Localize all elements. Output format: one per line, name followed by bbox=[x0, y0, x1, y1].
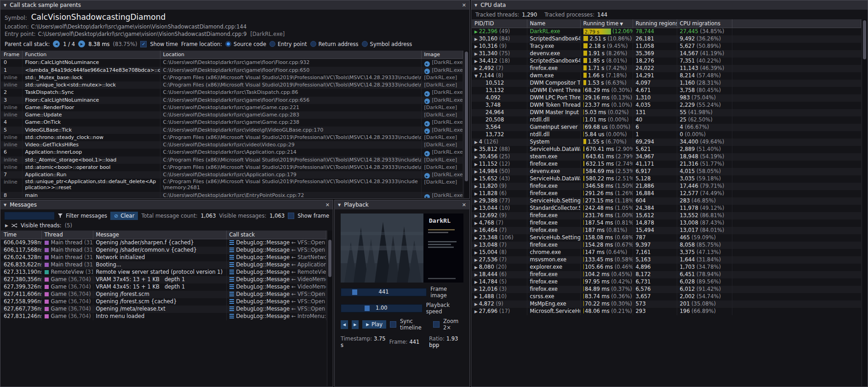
cpu-process-row[interactable]: ▶ 27,696 (17)Microsoft.ServiceHub.Contro… bbox=[472, 308, 861, 315]
callstack-column-header[interactable]: Location bbox=[160, 51, 421, 59]
expand-row-icon[interactable]: ▶ bbox=[474, 236, 479, 240]
messages-scrollbar-thumb[interactable] bbox=[328, 240, 331, 277]
expand-row-icon[interactable]: ▶ bbox=[474, 44, 479, 49]
sync-timeline-checkbox[interactable]: ✓ bbox=[390, 321, 396, 328]
cpu-process-row[interactable]: ▶ 11,152 (12)firefox.exe632.15 ms (2.74%… bbox=[472, 161, 861, 168]
cpu-thread-row[interactable]: 4,092DWM LPC Port Thread29.16 ms (0.13%)… bbox=[472, 94, 861, 102]
cpu-process-row[interactable]: ▶ 15,004 (8)chrome.exe147 ms (0.64%)7,16… bbox=[472, 249, 861, 256]
cpu-process-row[interactable]: ▶ 13,048 (7)firefox.exe154.28 ms (0.67%)… bbox=[472, 242, 861, 249]
message-row[interactable]: 627,667,736nsGame (36,704)Opening /meta/… bbox=[1, 306, 326, 313]
cpu-process-row[interactable]: ▶ 15,652 (43)ServiceHub.DataWarehouseHos… bbox=[472, 175, 861, 183]
prev-parent-button[interactable]: ◀ bbox=[53, 40, 60, 47]
cpu-process-row[interactable]: ▶ 29,388 (77)ServiceHub.SettingsHost.exe… bbox=[472, 197, 861, 205]
messages-column-header[interactable]: Thread bbox=[41, 231, 93, 239]
expand-threads-icon[interactable]: ▶ bbox=[5, 223, 8, 228]
callstack-column-header[interactable]: Frame bbox=[1, 51, 22, 59]
cpu-process-row[interactable]: ▶ 27,536 (7)msvsmon.exe133.45 ms (0.58%)… bbox=[472, 256, 861, 264]
message-row[interactable]: 626,833,622nsMain thread (31,596)Booting… bbox=[1, 261, 326, 269]
frame-location-radio[interactable]: Source code bbox=[225, 41, 266, 47]
expand-row-icon[interactable]: ▶ bbox=[474, 272, 479, 277]
callstack-frame-row[interactable]: inlineGame::UpdateC:\Users\wolf\Desktop\… bbox=[1, 111, 463, 119]
cpu-scrollbar-thumb[interactable] bbox=[863, 20, 866, 59]
callstack-scrollbar[interactable] bbox=[463, 51, 469, 198]
callstack-frame-row[interactable]: 7Application::RunC:\Users\wolf\Desktop\d… bbox=[1, 171, 463, 179]
expand-row-icon[interactable]: ▶ bbox=[474, 184, 479, 189]
cpu-thread-row[interactable]: 24,964DWM Master Input Thread5.03 ms (0.… bbox=[472, 109, 861, 116]
cpu-process-row[interactable]: ▶ 16,464 (7)firefox.exe187 ms (0.81%)15,… bbox=[472, 227, 861, 234]
expand-row-icon[interactable]: ▶ bbox=[474, 29, 479, 34]
message-row[interactable]: 606,049,398nsMain thread (31,596)Opening… bbox=[1, 239, 326, 247]
collapse-icon[interactable]: ▼ bbox=[4, 203, 6, 207]
show-time-checkbox[interactable]: ✓ bbox=[140, 41, 147, 47]
goto-sample-icon[interactable]: ▶ bbox=[424, 128, 430, 134]
callstack-column-header[interactable]: Image bbox=[421, 51, 463, 59]
expand-row-icon[interactable]: ▶ bbox=[474, 243, 479, 248]
next-frame-button[interactable]: ▶ bbox=[352, 320, 359, 329]
cpu-column-header[interactable]: CPU migrations bbox=[677, 19, 732, 28]
expand-row-icon[interactable]: ▶ bbox=[474, 37, 479, 41]
expand-row-icon[interactable]: ▶ bbox=[474, 52, 479, 56]
messages-column-header[interactable]: Message bbox=[93, 231, 226, 239]
cpu-process-row[interactable]: ▶ 10,316 (9)Tracy.exe2.18 s (9.45%)11,05… bbox=[472, 43, 861, 50]
collapse-row-icon[interactable]: ▼ bbox=[474, 74, 479, 78]
expand-row-icon[interactable]: ▶ bbox=[474, 169, 479, 174]
callstack-column-header[interactable]: Function bbox=[22, 51, 160, 59]
cpu-thread-row[interactable]: 13,132uDWM Event Thread68.29 ms (0.30%)4… bbox=[472, 87, 861, 94]
message-row[interactable]: 606,117,568nsMain thread (31,596)Opening… bbox=[1, 247, 326, 254]
cpu-process-row[interactable]: ▶ 13,044 (10)StandardCollector.Service.e… bbox=[472, 205, 861, 212]
callstack-frame-row[interactable]: 1<lambda_84a19dc444fae966ca174e83e708bdc… bbox=[1, 67, 463, 75]
clear-button[interactable]: ⊘ Clear bbox=[110, 212, 138, 220]
message-row[interactable]: 627,411,606nsGame (36,704)Opening /fores… bbox=[1, 291, 326, 298]
expand-row-icon[interactable]: ▶ bbox=[474, 66, 479, 71]
expand-row-icon[interactable]: ▶ bbox=[474, 155, 479, 159]
goto-sample-icon[interactable]: ▶ bbox=[424, 194, 430, 198]
callstack-frame-row[interactable]: 0Floor::CalcLightNoLuminanceC:\Users\wol… bbox=[1, 59, 463, 67]
cpu-column-header[interactable]: Name bbox=[527, 19, 580, 28]
message-row[interactable]: 627,831,246nsGame (36,704)Intro menu loa… bbox=[1, 313, 326, 320]
callstack-frame-row[interactable]: 3Floor::CalcLightNoLuminanceC:\Users\wol… bbox=[1, 97, 463, 104]
cpu-column-header[interactable]: PID/TID bbox=[472, 19, 527, 28]
cpu-process-row[interactable]: ▶ 4,872 (9)MsMpEng.exe70.22 ms (0.30%)57… bbox=[472, 300, 861, 308]
close-icon[interactable]: ✕ bbox=[326, 202, 330, 208]
show-frame-checkbox[interactable]: ✓ bbox=[288, 213, 294, 219]
cpu-process-row[interactable]: ▶ 22,396 (49)DarkRL.exe2.79 s(12.06%)78,… bbox=[472, 28, 861, 36]
cpu-process-row[interactable]: ▶ 14,984 (50)devenv.exe584.69 ms (2.53%)… bbox=[472, 168, 861, 175]
cpu-process-row[interactable]: ▶ 35,812 (88)ServiceHub.DataWarehouseHos… bbox=[472, 146, 861, 153]
cpu-process-row[interactable]: ▶ 8,080 (20)explorer.exe105.66 ms (0.46%… bbox=[472, 264, 861, 271]
callstack-frame-row[interactable]: 2TaskDispatch::SyncC:\Users\wolf\Desktop… bbox=[1, 89, 463, 97]
callstack-frame-row[interactable]: inlinestd::_Mutex_base::lockC:\Program F… bbox=[1, 74, 463, 81]
callstack-frame-row[interactable]: 6Application::InnerLoopC:\Users\wolf\Des… bbox=[1, 149, 463, 156]
expand-row-icon[interactable]: ▶ bbox=[474, 140, 479, 144]
cpu-process-row[interactable]: ▶ 34,412 (18)ScriptedSandbox64.exe1.85 s… bbox=[472, 58, 861, 65]
cpu-scrollbar[interactable] bbox=[862, 19, 867, 386]
cpu-process-row[interactable]: ▶ 1,488 (10)csrss.exe83.74 ms (0.36%)3,6… bbox=[472, 293, 861, 300]
expand-row-icon[interactable]: ▶ bbox=[474, 59, 479, 64]
goto-sample-icon[interactable]: ▶ bbox=[424, 173, 430, 179]
cpu-process-row[interactable]: ▼ 7,144 (8)dwm.exe1.66 s (7.18%)14,2918,… bbox=[472, 72, 861, 80]
cpu-column-header[interactable]: Running time ▼ bbox=[580, 19, 633, 28]
message-row[interactable]: 626,024,328nsMain thread (31,596)Network… bbox=[1, 254, 326, 261]
callstack-frame-row[interactable]: inlinestd::chrono::steady_clock::nowC:\P… bbox=[1, 134, 463, 141]
cpu-thread-row[interactable]: 3,564GameInput server69.68 us (0.00%)64 … bbox=[472, 124, 861, 131]
callstack-frame-row[interactable]: 5VideoGLBase::TickC:\Users\wolf\Desktop\… bbox=[1, 127, 463, 134]
expand-row-icon[interactable]: ▶ bbox=[474, 177, 479, 181]
frame-location-radio[interactable]: Symbol address bbox=[362, 41, 412, 47]
callstack-frame-row[interactable]: inlinestd::_Atomic_storage<bool,1>::load… bbox=[1, 156, 463, 164]
callstack-frame-row[interactable]: inlinestd::unique_lock<std::mutex>::lock… bbox=[1, 81, 463, 89]
cpu-process-row[interactable]: ▶ 4,768 (7)firefox.exe187.54 ms (0.81%)1… bbox=[472, 219, 861, 227]
callstack-frame-row[interactable]: inlineVideo::GetTicksHiResC:\Users\wolf\… bbox=[1, 141, 463, 149]
cpu-process-row[interactable]: ▶ 23,348 (106)ServiceHub.SettingsHost.ex… bbox=[472, 234, 861, 242]
callstack-frame-row[interactable]: 4Game::OnTickC:\Users\wolf\Desktop\darkr… bbox=[1, 119, 463, 127]
message-row[interactable]: 627,399,326nsGame (36,704)VRAM 43x45: 15… bbox=[1, 283, 326, 291]
messages-column-header[interactable]: Call stack bbox=[226, 231, 326, 239]
playback-speed-slider[interactable]: 1.00 bbox=[341, 304, 423, 312]
cpu-thread-row[interactable]: 3,748DWM Token Thread23.37 ms (0.10%)4,0… bbox=[472, 102, 861, 109]
next-parent-button[interactable]: ▶ bbox=[78, 40, 85, 47]
callstack-frame-row[interactable]: inlineGame::RenderFloorC:\Users\wolf\Des… bbox=[1, 104, 463, 111]
cpu-process-row[interactable]: ▶ 30,160 (84)ScriptedSandbox64.exe2.51 s… bbox=[472, 35, 861, 43]
cpu-process-row[interactable]: ▶ 31,340 (75)devenv.exe1.91 s (8.26%)35,… bbox=[472, 50, 861, 58]
expand-row-icon[interactable]: ▶ bbox=[474, 258, 479, 262]
close-icon[interactable]: ✕ bbox=[462, 2, 466, 8]
cpu-process-row[interactable]: ▶ 4 (126)System1.55 s (6.70%)69,29434,40… bbox=[472, 139, 861, 146]
collapse-icon[interactable]: ▼ bbox=[474, 3, 477, 7]
